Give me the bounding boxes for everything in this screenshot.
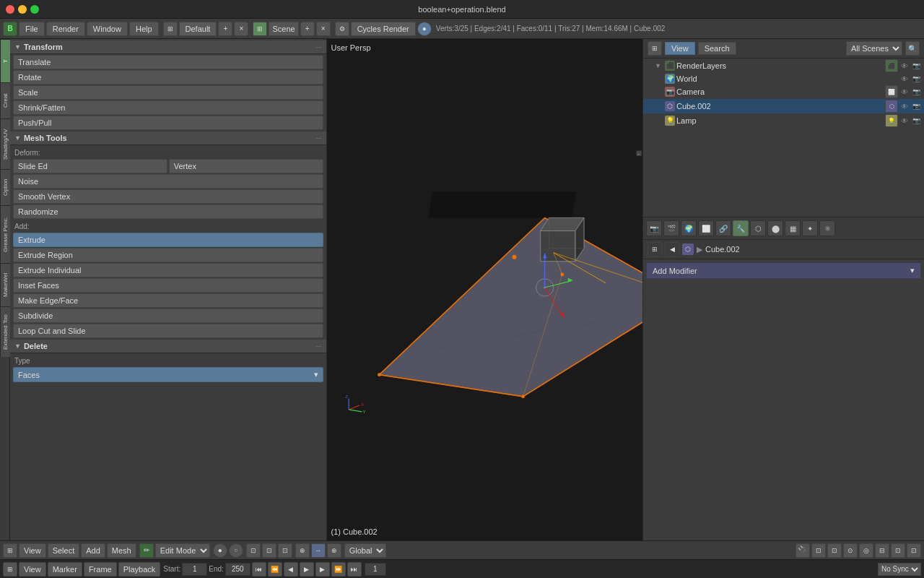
vertex-btn[interactable]: Vertex: [169, 159, 323, 173]
view-menu[interactable]: View: [19, 543, 46, 558]
render-props-icon[interactable]: 📷: [646, 220, 662, 236]
start-frame-input[interactable]: 1: [182, 563, 207, 576]
prev-frame-btn[interactable]: ◀: [284, 562, 298, 577]
close-button[interactable]: [6, 5, 14, 14]
world-props-icon[interactable]: 🌍: [681, 220, 697, 236]
right-view-btn[interactable]: ⊞: [648, 41, 662, 56]
next-frame-btn[interactable]: ▶: [315, 562, 330, 577]
layout-selector[interactable]: Default: [179, 22, 217, 36]
texture-props-icon[interactable]: ▦: [785, 220, 801, 236]
viewport-shade-3[interactable]: ⊡: [278, 543, 292, 558]
snap-type-1[interactable]: ⊡: [811, 543, 826, 558]
outliner-item-camera[interactable]: 📷 Camera ⬜ 👁 📷: [643, 85, 924, 99]
tools-tab[interactable]: T: [0, 39, 10, 82]
inset-faces-btn[interactable]: Inset Faces: [13, 278, 323, 293]
timeline-frame[interactable]: Frame: [84, 562, 117, 577]
scene-icon[interactable]: ⊞: [253, 22, 267, 36]
prop-edit[interactable]: ⊙: [843, 543, 858, 558]
current-frame-input[interactable]: 1: [365, 563, 386, 576]
view-tab[interactable]: View: [665, 42, 695, 55]
cube-eye[interactable]: 👁: [899, 103, 910, 111]
shading-uv-tab[interactable]: Shading/UV: [0, 118, 10, 169]
minimize-button[interactable]: [18, 5, 27, 14]
data-props-icon[interactable]: ⬡: [750, 220, 766, 236]
make-edge-face-btn[interactable]: Make Edge/Face: [13, 293, 323, 308]
transform-section-header[interactable]: ▼ Transform ···: [10, 40, 326, 54]
loop-cut-slide-btn[interactable]: Loop Cut and Slide: [13, 324, 323, 338]
cube-cam[interactable]: 📷: [911, 103, 921, 110]
physics-props-icon[interactable]: ⚛: [819, 220, 835, 236]
mode-dropdown[interactable]: Edit Mode: [155, 543, 210, 558]
step-fwd-btn[interactable]: ⏩: [331, 562, 346, 577]
slide-ed-btn[interactable]: Slide Ed: [13, 159, 167, 173]
transform-icon[interactable]: ↔: [311, 543, 326, 558]
particles-props-icon[interactable]: ✦: [802, 220, 818, 236]
scene-props-icon[interactable]: 🎬: [663, 220, 679, 236]
constraint-props-icon[interactable]: 🔗: [715, 220, 731, 236]
world-cam[interactable]: 📷: [911, 75, 921, 82]
extrude-region-btn[interactable]: Extrude Region: [13, 248, 323, 262]
scenes-dropdown[interactable]: All Scenes: [846, 41, 902, 56]
jump-start-btn[interactable]: ⏮: [252, 562, 266, 577]
menu-window[interactable]: Window: [87, 22, 128, 36]
modifier-props-icon[interactable]: 🔧: [733, 220, 749, 236]
viewport-shade-1[interactable]: ⊡: [246, 543, 261, 558]
world-eye[interactable]: 👁: [899, 75, 910, 83]
layout-add-icon[interactable]: ⊞: [163, 22, 178, 36]
scene-add-btn[interactable]: +: [300, 22, 315, 36]
scene-selector[interactable]: Scene: [269, 22, 298, 36]
viewport-type-icon[interactable]: ⊞: [3, 543, 17, 558]
camera-eye[interactable]: 👁: [899, 88, 910, 96]
extrude-individual-btn[interactable]: Extrude Individual: [13, 263, 323, 277]
faces-dropdown[interactable]: Faces ▾: [13, 367, 323, 382]
renderlayers-cam[interactable]: 📷: [911, 62, 921, 69]
mesh-tools-section-header[interactable]: ▼ Mesh Tools ···: [10, 131, 326, 145]
shading-circle-icon[interactable]: ●: [213, 543, 227, 558]
select-menu[interactable]: Select: [48, 543, 80, 558]
viewport[interactable]: User Persp: [327, 39, 643, 540]
menu-file[interactable]: File: [19, 22, 45, 36]
extended-tool-tab[interactable]: Extended Too: [0, 306, 10, 357]
scale-btn[interactable]: Scale: [13, 85, 323, 100]
smooth-vertex-btn[interactable]: Smooth Vertex: [13, 189, 323, 204]
add-modifier-btn[interactable]: Add Modifier ▾: [646, 262, 921, 279]
blender-icon[interactable]: B: [3, 22, 17, 36]
lamp-eye[interactable]: 👁: [899, 117, 910, 125]
timeline-playback[interactable]: Playback: [118, 562, 161, 577]
outliner-item-lamp[interactable]: 💡 Lamp 💡 👁 📷: [643, 113, 924, 128]
mirror-icon[interactable]: ⊟: [875, 543, 889, 558]
viewport-extra-2[interactable]: ⊡: [907, 543, 921, 558]
render-engine-selector[interactable]: Cycles Render: [351, 22, 416, 36]
push-pull-btn[interactable]: Push/Pull: [13, 116, 323, 130]
delete-section-header[interactable]: ▼ Delete ···: [10, 340, 326, 353]
timeline-type-icon[interactable]: ⊞: [3, 562, 17, 577]
snap-type-2[interactable]: ⊡: [827, 543, 842, 558]
lamp-cam[interactable]: 📷: [911, 117, 921, 124]
scene-close-btn[interactable]: ×: [316, 22, 331, 36]
rotate-btn[interactable]: Rotate: [13, 70, 323, 85]
create-tab[interactable]: Creat: [0, 82, 10, 118]
prop-falloff[interactable]: ◎: [859, 543, 873, 558]
shrink-fatten-btn[interactable]: Shrink/Fatten: [13, 100, 323, 115]
search-icon-btn[interactable]: 🔍: [905, 41, 920, 56]
menu-help[interactable]: Help: [129, 22, 159, 36]
layout-close-btn[interactable]: ×: [234, 22, 248, 36]
shading-dot-icon[interactable]: ○: [229, 543, 243, 558]
timeline-marker[interactable]: Marker: [48, 562, 82, 577]
pivot-icon[interactable]: ⊕: [295, 543, 310, 558]
noise-btn[interactable]: Noise: [13, 174, 323, 189]
add-menu[interactable]: Add: [81, 543, 105, 558]
path-back-icon[interactable]: ◀: [665, 242, 679, 256]
extrude-btn[interactable]: Extrude: [13, 233, 323, 247]
layout-add-btn[interactable]: +: [218, 22, 232, 36]
play-btn[interactable]: ▶: [300, 562, 314, 577]
subdivide-btn[interactable]: Subdivide: [13, 309, 323, 323]
step-back-btn[interactable]: ⏪: [268, 562, 282, 577]
search-tab[interactable]: Search: [698, 42, 736, 55]
maximize-button[interactable]: [30, 5, 39, 14]
snap-magnet[interactable]: 🔌: [796, 543, 810, 558]
end-frame-input[interactable]: 250: [225, 563, 250, 576]
outliner-item-world[interactable]: 🌍 World 👁 📷: [643, 73, 924, 85]
randomize-btn[interactable]: Randomize: [13, 204, 323, 219]
viewport-extra-1[interactable]: ⊡: [891, 543, 905, 558]
